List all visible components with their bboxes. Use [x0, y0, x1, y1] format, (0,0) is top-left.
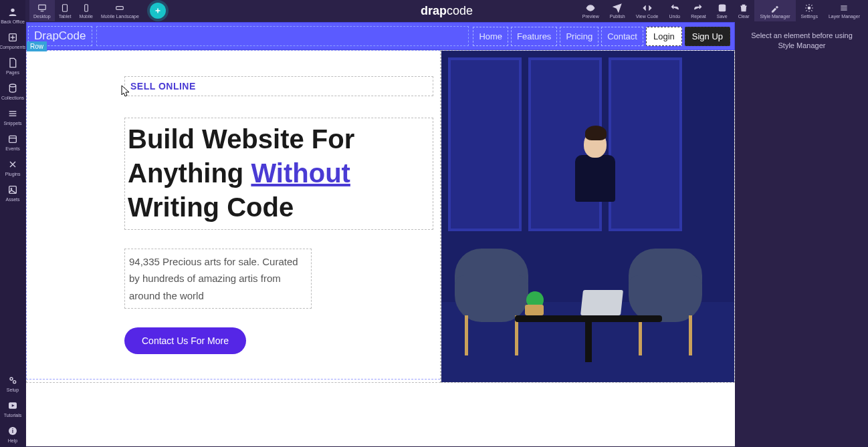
hero-left-column[interactable]: SELL ONLINE Build Website For Anything W…: [26, 50, 441, 383]
sidebar-components[interactable]: Components: [0, 28, 25, 53]
sidebar-assets[interactable]: Assets: [0, 180, 25, 206]
sidebar-label: Plugins: [5, 172, 21, 176]
sidebar-label: Components: [0, 45, 26, 49]
hero-headline[interactable]: Build Website For Anything Without Writi…: [124, 118, 433, 230]
sidebar-label: Collections: [1, 96, 24, 100]
sidebar-back-office[interactable]: Back Office: [0, 3, 25, 28]
sidebar-label: Snippets: [3, 121, 21, 126]
hero-illustration: [441, 51, 734, 382]
device-tablet[interactable]: Tablet: [55, 0, 76, 21]
nav-features[interactable]: Features: [511, 27, 557, 46]
top-bar: Desktop Tablet Mobile Mobile Landscape d…: [25, 0, 868, 21]
svg-point-25: [590, 7, 592, 9]
action-style-manager[interactable]: Style Manager: [754, 0, 795, 21]
hero-section[interactable]: SELL ONLINE Build Website For Anything W…: [26, 50, 735, 383]
hero-cta-button[interactable]: Contact Us For More: [124, 327, 246, 354]
action-preview[interactable]: Preview: [577, 0, 605, 21]
nav-home[interactable]: Home: [473, 27, 508, 46]
selection-tag: Row: [27, 41, 47, 51]
nav-spacer[interactable]: [96, 26, 469, 46]
nav-pricing[interactable]: Pricing: [560, 27, 599, 46]
nav-login-button[interactable]: Login: [646, 27, 682, 46]
svg-rect-21: [84, 4, 88, 11]
svg-point-4: [9, 84, 15, 87]
add-component-button[interactable]: [150, 3, 166, 19]
svg-point-13: [13, 381, 16, 384]
sidebar-setup[interactable]: Setup: [0, 371, 25, 396]
site-navbar[interactable]: Row DrapCode Home Features Pricing Conta…: [26, 22, 735, 50]
style-manager-hint: Select an element before using Style Man…: [742, 31, 861, 51]
sidebar-label: Tutorials: [4, 413, 22, 418]
hero-paragraph[interactable]: 94,335 Precious arts for sale. Curated b…: [124, 249, 312, 309]
action-repeat[interactable]: Repeat: [685, 0, 712, 21]
sidebar-label: Pages: [6, 70, 19, 75]
device-switcher: Desktop Tablet Mobile Mobile Landscape: [29, 0, 166, 21]
sidebar-label: Help: [8, 438, 17, 443]
sidebar-events[interactable]: Events: [0, 130, 25, 155]
action-publish[interactable]: Publish: [605, 0, 631, 21]
svg-rect-18: [39, 5, 46, 9]
sidebar-collections[interactable]: Collections: [0, 79, 25, 104]
sidebar-label: Assets: [5, 197, 19, 202]
svg-rect-22: [116, 6, 124, 9]
device-mobile[interactable]: Mobile: [75, 0, 97, 21]
device-desktop[interactable]: Desktop: [29, 0, 55, 21]
svg-text:i: i: [12, 428, 13, 434]
svg-point-11: [11, 188, 13, 190]
top-actions: Preview Publish View Code Undo Repeat Sa…: [577, 0, 868, 21]
sidebar-pages[interactable]: Pages: [0, 53, 25, 79]
action-view-code[interactable]: View Code: [631, 0, 664, 21]
sidebar-snippets[interactable]: Snippets: [0, 104, 25, 130]
svg-rect-8: [9, 136, 17, 142]
app-logo: drapcode: [421, 4, 473, 18]
action-undo[interactable]: Undo: [663, 0, 685, 21]
action-layer-manager[interactable]: Layer Manager: [823, 0, 865, 21]
svg-point-12: [10, 378, 13, 380]
hero-tag[interactable]: SELL ONLINE: [124, 76, 433, 96]
left-sidebar: Back Office Components Pages Collections…: [0, 0, 25, 447]
nav-signup-button[interactable]: Sign Up: [685, 27, 730, 46]
action-save[interactable]: Save: [712, 0, 733, 21]
sidebar-tutorials[interactable]: Tutorials: [0, 396, 25, 422]
nav-contact[interactable]: Contact: [601, 27, 643, 46]
nav-links: Home Features Pricing Contact Login Sign…: [473, 27, 730, 46]
style-manager-panel: Select an element before using Style Man…: [736, 21, 868, 447]
action-clear[interactable]: Clear: [733, 0, 755, 21]
sidebar-label: Back Office: [1, 19, 25, 24]
sidebar-label: Events: [5, 146, 19, 151]
action-settings[interactable]: Settings: [796, 0, 823, 21]
svg-rect-20: [63, 4, 68, 11]
sidebar-help[interactable]: iHelp: [0, 422, 25, 447]
device-mobile-landscape[interactable]: Mobile Landscape: [97, 0, 143, 21]
svg-point-28: [808, 7, 811, 9]
sidebar-label: Setup: [7, 388, 19, 392]
svg-rect-27: [720, 5, 724, 7]
design-canvas[interactable]: Row DrapCode Home Features Pricing Conta…: [25, 21, 736, 447]
hero-image[interactable]: [441, 50, 735, 383]
sidebar-plugins[interactable]: Plugins: [0, 155, 25, 180]
svg-point-0: [11, 9, 14, 12]
